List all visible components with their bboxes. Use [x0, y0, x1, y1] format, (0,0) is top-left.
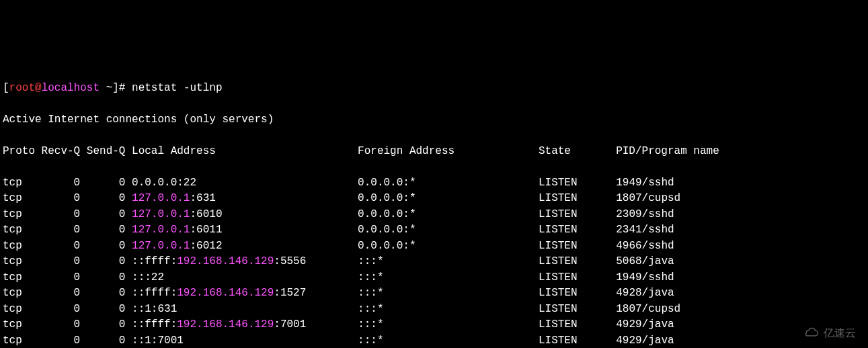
cell-proto: tcp [3, 303, 42, 315]
cell-recvq: 0 [42, 208, 87, 220]
cell-local-ip: 127.0.0.1 [132, 192, 190, 204]
cell-local-port: :5556 [274, 255, 358, 267]
cell-local-port: :6012 [190, 240, 358, 252]
table-row: tcp 0 0 127.0.0.1:6012 0.0.0.0:* LISTEN … [3, 238, 865, 255]
table-row: tcp 0 0 ::ffff:192.168.146.129:1527 :::*… [3, 286, 865, 302]
table-row: tcp 0 0 127.0.0.1:6011 0.0.0.0:* LISTEN … [3, 222, 865, 238]
cell-state: LISTEN [539, 255, 616, 267]
title-line: Active Internet connections (only server… [3, 112, 865, 128]
cell-recvq: 0 [42, 303, 87, 315]
cell-proto: tcp [3, 271, 42, 284]
table-row: tcp 0 0 ::1:7001 :::* LISTEN 4929/java [3, 333, 865, 348]
cell-pidprog: 1807/cupsd [616, 303, 680, 315]
cell-sendq: 0 [87, 271, 132, 284]
prompt-user: root [9, 82, 35, 94]
table-row: tcp 0 0 127.0.0.1:631 0.0.0.0:* LISTEN 1… [3, 191, 865, 207]
table-row: tcp 0 0 ::1:631 :::* LISTEN 1807/cupsd [3, 302, 865, 318]
cell-pidprog: 4966/sshd [616, 240, 674, 252]
cell-local-prefix: ::ffff: [132, 318, 177, 331]
cell-state: LISTEN [539, 192, 616, 204]
cell-local-prefix: ::ffff: [132, 255, 177, 267]
cell-foreign: :::* [358, 335, 539, 347]
cell-proto: tcp [3, 224, 42, 236]
cell-foreign: 0.0.0.0:* [358, 224, 539, 236]
cell-foreign: 0.0.0.0:* [358, 177, 539, 189]
cell-sendq: 0 [87, 240, 132, 252]
cell-local-port: :6010 [190, 208, 358, 220]
cell-local-port: 0.0.0.0:22 [132, 177, 358, 189]
cell-foreign: 0.0.0.0:* [358, 208, 539, 220]
cell-sendq: 0 [87, 224, 132, 236]
cell-sendq: 0 [87, 177, 132, 189]
command-text: netstat -utlnp [132, 82, 222, 94]
rows-container: tcp 0 0 0.0.0.0:22 0.0.0.0:* LISTEN 1949… [3, 175, 865, 348]
prompt-line-1: [root@localhost ~]# netstat -utlnp [3, 81, 865, 97]
cell-pidprog: 4929/java [616, 335, 674, 347]
cell-foreign: 0.0.0.0:* [358, 192, 539, 204]
cell-foreign: :::* [358, 271, 539, 284]
cell-local-port: :6011 [190, 224, 358, 236]
cell-local-ip: 192.168.146.129 [177, 255, 274, 267]
cell-state: LISTEN [539, 208, 616, 220]
bracket-close: ] [112, 82, 119, 94]
terminal-output[interactable]: [root@localhost ~]# netstat -utlnp Activ… [3, 64, 865, 348]
cell-state: LISTEN [539, 271, 616, 284]
cell-pidprog: 4929/java [616, 318, 674, 331]
cell-proto: tcp [3, 287, 42, 299]
cell-pidprog: 1949/sshd [616, 177, 674, 189]
table-row: tcp 0 0 ::ffff:192.168.146.129:7001 :::*… [3, 317, 865, 333]
cell-recvq: 0 [42, 192, 87, 204]
cell-foreign: :::* [358, 303, 539, 315]
cloud-icon [802, 327, 820, 339]
cell-local-port: :631 [190, 192, 358, 204]
cell-pidprog: 1949/sshd [616, 271, 674, 284]
cell-local-ip: 192.168.146.129 [177, 318, 274, 331]
table-row: tcp 0 0 ::ffff:192.168.146.129:5556 :::*… [3, 254, 865, 270]
cell-foreign: :::* [358, 287, 539, 299]
cell-pidprog: 2309/sshd [616, 208, 674, 220]
cell-recvq: 0 [42, 224, 87, 236]
cell-local-port: ::1:631 [132, 303, 358, 315]
cell-recvq: 0 [42, 240, 87, 252]
cell-state: LISTEN [539, 240, 616, 252]
cell-pidprog: 2341/sshd [616, 224, 674, 236]
cell-proto: tcp [3, 318, 42, 331]
prompt-tilde: ~ [100, 82, 112, 94]
cell-state: LISTEN [539, 287, 616, 299]
cell-local-port: :1527 [274, 287, 358, 299]
cell-proto: tcp [3, 192, 42, 204]
cell-pidprog: 5068/java [616, 255, 674, 267]
cell-proto: tcp [3, 177, 42, 189]
cell-recvq: 0 [42, 271, 87, 284]
cell-state: LISTEN [539, 318, 616, 331]
cell-proto: tcp [3, 208, 42, 220]
cell-pidprog: 1807/cupsd [616, 192, 680, 204]
prompt-at: @ [35, 82, 42, 94]
cell-sendq: 0 [87, 208, 132, 220]
cell-recvq: 0 [42, 255, 87, 267]
cell-sendq: 0 [87, 335, 132, 347]
prompt-host: localhost [42, 82, 100, 94]
cell-local-ip: 127.0.0.1 [132, 224, 190, 236]
cell-local-prefix: ::ffff: [132, 287, 177, 299]
prompt-hash: # [119, 82, 132, 94]
cell-foreign: 0.0.0.0:* [358, 240, 539, 252]
cell-sendq: 0 [87, 318, 132, 331]
bracket-open: [ [3, 82, 9, 94]
cell-local-ip: 127.0.0.1 [132, 240, 190, 252]
cell-local-port: :::22 [132, 271, 358, 284]
cell-local-ip: 127.0.0.1 [132, 208, 190, 220]
cell-recvq: 0 [42, 287, 87, 299]
cell-recvq: 0 [42, 335, 87, 347]
cell-sendq: 0 [87, 192, 132, 204]
cell-proto: tcp [3, 240, 42, 252]
cell-sendq: 0 [87, 303, 132, 315]
cell-state: LISTEN [539, 335, 616, 347]
table-row: tcp 0 0 127.0.0.1:6010 0.0.0.0:* LISTEN … [3, 207, 865, 223]
cell-proto: tcp [3, 255, 42, 267]
cell-state: LISTEN [539, 224, 616, 236]
cell-recvq: 0 [42, 177, 87, 189]
cell-state: LISTEN [539, 177, 616, 189]
cell-state: LISTEN [539, 303, 616, 315]
table-row: tcp 0 0 0.0.0.0:22 0.0.0.0:* LISTEN 1949… [3, 175, 865, 191]
